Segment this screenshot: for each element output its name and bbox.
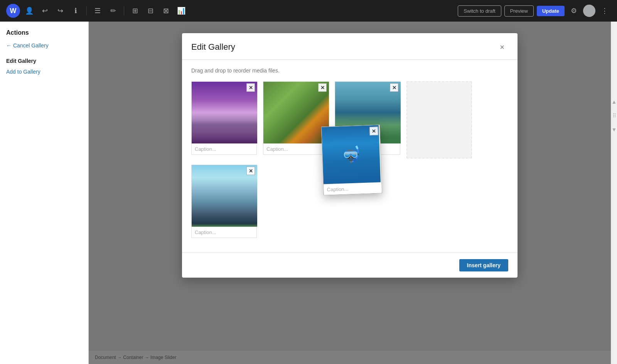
right-panel: ▲ ⠿ ▼ [611,22,617,364]
drag-hint-text: Drag and drop to reorder media files. [191,67,508,74]
block-icon-1[interactable]: ⊞ [129,5,141,17]
gallery-item-ghost [406,81,472,158]
right-panel-down-icon[interactable]: ▼ [612,126,617,133]
right-panel-up-icon[interactable]: ▲ [612,99,617,105]
modal-title: Edit Gallery [191,42,235,52]
avatar[interactable] [583,5,595,17]
modal-footer: Insert gallery [182,253,518,278]
pencil-icon[interactable]: ✏ [107,5,119,17]
remove-bay-button[interactable]: ✕ [390,83,398,92]
wp-toolbar: W 👤 ↩ ↪ ℹ ☰ ✏ ⊞ ⊟ ⊠ 📊 Switch to draft Pr… [0,0,617,22]
switch-to-draft-button[interactable]: Switch to draft [458,5,501,17]
user-icon[interactable]: 👤 [23,5,35,17]
mountains-caption[interactable]: Caption... [192,227,256,238]
cancel-gallery-link[interactable]: ← Cancel Gallery [6,42,82,49]
more-options-icon[interactable]: ⋮ [598,5,611,17]
modal-body: Drag and drop to reorder media files. ✕ … [182,60,518,253]
toolbar-right: Switch to draft Preview Update ⚙ ⋮ [458,5,611,17]
toolbar-separator-2 [124,6,124,15]
chart-icon[interactable]: 📊 [175,5,187,17]
main-layout: Actions ← Cancel Gallery Edit Gallery Ad… [0,22,617,364]
left-sidebar: Actions ← Cancel Gallery Edit Gallery Ad… [0,22,89,364]
preview-button[interactable]: Preview [504,5,534,17]
wp-logo-icon[interactable]: W [6,4,20,18]
editor-area: Edit Gallery × Drag and drop to reorder … [89,22,611,364]
sidebar-actions-title: Actions [6,29,82,36]
modal-overlay: Edit Gallery × Drag and drop to reorder … [89,22,611,364]
right-panel-grid-icon[interactable]: ⠿ [612,113,616,119]
gallery-grid: ✕ Caption... ✕ Caption... ✕ [191,81,508,238]
remove-mountains-button[interactable]: ✕ [246,167,255,175]
remove-venice-button[interactable]: ✕ [246,83,255,92]
modal-header: Edit Gallery × [182,33,518,60]
toolbar-separator-1 [86,6,87,15]
edit-gallery-subtitle: Edit Gallery [6,58,82,64]
block-icon-2[interactable]: ⊟ [144,5,157,17]
venice-caption[interactable]: Caption... [192,143,256,154]
modal-close-button[interactable]: × [496,41,508,53]
remove-tiger-button[interactable]: ✕ [318,83,327,92]
insert-gallery-button[interactable]: Insert gallery [459,259,508,271]
list-view-icon[interactable]: ☰ [91,5,104,17]
edit-gallery-modal: Edit Gallery × Drag and drop to reorder … [182,33,518,278]
remove-diver-button[interactable]: ✕ [369,127,378,136]
info-icon[interactable]: ℹ [69,5,82,17]
block-icon-3[interactable]: ⊠ [160,5,172,17]
redo-icon[interactable]: ↪ [54,5,66,17]
undo-icon[interactable]: ↩ [39,5,51,17]
gallery-item-diver-dragging[interactable]: ✕ Caption... [321,125,382,195]
update-button[interactable]: Update [537,6,565,16]
gallery-item-mountains[interactable]: ✕ Caption... [191,165,257,238]
diver-caption[interactable]: Caption... [324,182,382,195]
add-to-gallery-link[interactable]: Add to Gallery [6,69,82,75]
tiger-caption[interactable]: Caption... [263,143,328,154]
gallery-item-tiger[interactable]: ✕ Caption... [263,81,329,155]
gallery-item-venice[interactable]: ✕ Caption... [191,81,257,155]
settings-icon[interactable]: ⚙ [568,5,580,17]
